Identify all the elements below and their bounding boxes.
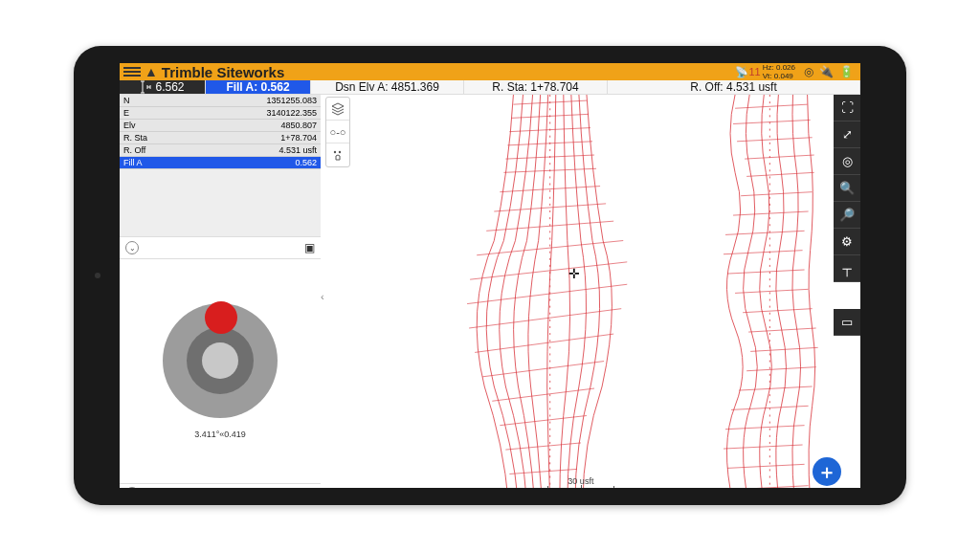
gnss-status-icon[interactable]: 📡11 (735, 66, 761, 78)
table-row-selected[interactable]: Fill A0.562 (120, 157, 321, 169)
menu-button[interactable] (123, 67, 141, 77)
panel-layout-button[interactable]: ▣ (304, 241, 315, 254)
panel-bottom-bar: ⌄ (120, 483, 321, 488)
height-cell[interactable]: 6.562 (120, 80, 206, 94)
app-logo-icon: ▲ (145, 64, 158, 79)
bullseye-panel: 3.411°«0.419 (120, 259, 321, 483)
offset-button[interactable]: ▭ (834, 309, 860, 336)
r-sta-value: R. Sta: 1+78.704 (492, 80, 578, 94)
battery-icon[interactable]: 🔋 (839, 65, 854, 78)
app-header: ▲ Trimble Siteworks 📡11 Hz: 0.026 Vt: 0.… (120, 63, 860, 80)
crop-button[interactable]: ⛶ (834, 95, 860, 121)
precision-readout: Hz: 0.026 Vt: 0.049 (763, 63, 795, 80)
r-off-cell[interactable]: R. Off: 4.531 usft (608, 80, 860, 94)
table-row[interactable]: R. Sta1+78.704 (120, 132, 321, 144)
map-view[interactable]: ✛ 30 usft ‹ ＋ ⛶ ⤢ ◎ 🔍 🔎 ⚙ (321, 95, 860, 488)
r-off-value: R. Off: 4.531 usft (690, 80, 777, 94)
power-icon[interactable]: 🔌 (819, 65, 834, 78)
add-fab-button[interactable]: ＋ (813, 457, 841, 486)
settings-button[interactable]: ⚙ (834, 229, 860, 255)
network-icon[interactable]: ◎ (804, 65, 813, 78)
bullseye-reading: 3.411°«0.419 (194, 430, 246, 439)
gnss-sat-count: 11 (749, 66, 761, 77)
scale-bar: 30 usft (547, 476, 614, 488)
table-row[interactable]: N1351255.083 (120, 95, 321, 107)
fill-a-cell[interactable]: Fill A: 0.562 (206, 80, 311, 94)
bullseye-target[interactable] (163, 303, 278, 418)
contour-drawing (321, 95, 860, 488)
tablet-camera (95, 273, 100, 278)
table-row[interactable]: E3140122.355 (120, 107, 321, 120)
map-toolbar: ⛶ ⤢ ◎ 🔍 🔎 ⚙ ┬ ▭ (834, 95, 860, 336)
target-lock-button[interactable]: ◎ (834, 148, 860, 175)
dsn-elv-cell[interactable]: Dsn Elv A: 4851.369 (311, 80, 464, 94)
position-crosshair-icon: ✛ (568, 266, 580, 281)
expand-left-handle[interactable]: ‹ (321, 291, 324, 302)
grid-empty-space (120, 169, 321, 236)
panel-collapse-bar: ⌄ ▣ (120, 236, 321, 259)
dsn-elv-value: Dsn Elv A: 4851.369 (335, 80, 439, 94)
hz-value: Hz: 0.026 (763, 63, 795, 72)
collapse-down-button[interactable]: ⌄ (125, 487, 139, 488)
status-bar: 6.562 Fill A: 0.562 Dsn Elv A: 4851.369 … (120, 80, 860, 95)
snap-button[interactable]: ○-○ (326, 121, 349, 143)
tablet-frame: ▲ Trimble Siteworks 📡11 Hz: 0.026 Vt: 0.… (74, 46, 906, 505)
svg-point-0 (334, 151, 336, 153)
left-panel: N1351255.083 E3140122.355 Elv4850.807 R.… (120, 95, 321, 488)
height-value: 6.562 (155, 80, 184, 94)
layers-button[interactable] (326, 98, 349, 121)
bullseye-ring-inner (202, 342, 238, 379)
collapse-up-button[interactable]: ⌄ (125, 241, 139, 254)
app-title: Trimble Siteworks (162, 64, 284, 80)
fullscreen-button[interactable]: ⤢ (834, 121, 860, 148)
layer-toolbar: ○-○ (325, 97, 350, 167)
data-grid: N1351255.083 E3140122.355 Elv4850.807 R.… (120, 95, 321, 236)
app-screen: ▲ Trimble Siteworks 📡11 Hz: 0.026 Vt: 0.… (120, 63, 860, 488)
selection-mode-button[interactable] (326, 143, 349, 166)
height-icon (140, 80, 151, 94)
zoom-in-button[interactable]: 🔍 (834, 175, 860, 202)
table-row[interactable]: R. Off4.531 usft (120, 144, 321, 157)
scale-ticks (547, 486, 614, 488)
fill-a-value: Fill A: 0.562 (226, 80, 289, 94)
vt-value: Vt: 0.049 (763, 72, 795, 80)
r-sta-cell[interactable]: R. Sta: 1+78.704 (464, 80, 608, 94)
svg-point-1 (339, 151, 341, 153)
main-body: N1351255.083 E3140122.355 Elv4850.807 R.… (120, 95, 860, 488)
zoom-out-button[interactable]: 🔎 (834, 202, 860, 229)
prism-button[interactable]: ┬ (834, 255, 860, 282)
table-row[interactable]: Elv4850.807 (120, 120, 321, 132)
bullseye-position-dot (205, 301, 237, 334)
